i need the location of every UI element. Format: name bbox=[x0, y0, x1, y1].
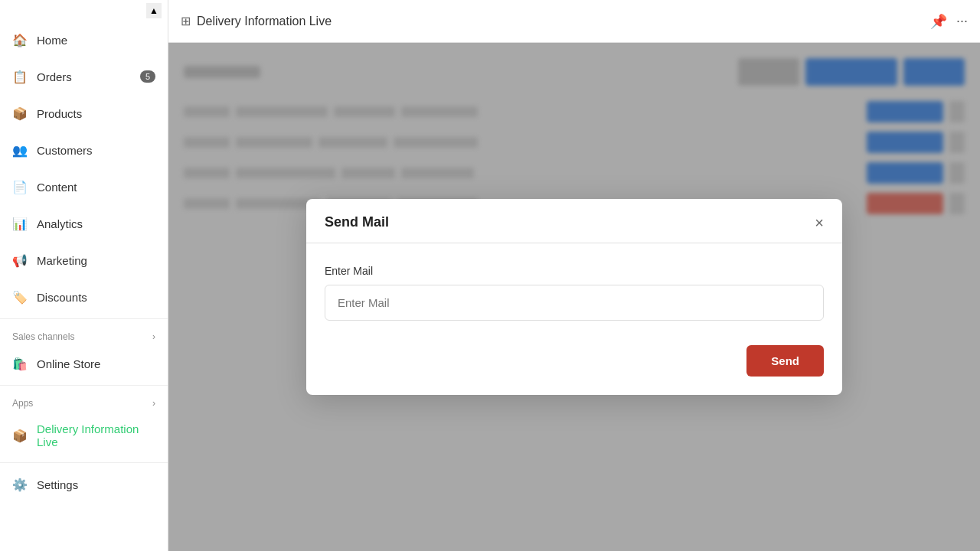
modal-overlay[interactable]: Send Mail × Enter Mail Send bbox=[168, 43, 980, 551]
sidebar-item-label: Orders bbox=[37, 70, 72, 83]
marketing-icon: 📢 bbox=[12, 253, 28, 268]
orders-icon: 📋 bbox=[12, 69, 28, 84]
sidebar-item-label: Discounts bbox=[37, 291, 87, 304]
discounts-icon: 🏷️ bbox=[12, 289, 28, 305]
modal-header: Send Mail × bbox=[306, 199, 842, 243]
sidebar-item-label: Delivery Information Live bbox=[37, 422, 155, 448]
sidebar-item-delivery-info-live[interactable]: 📦 Delivery Information Live bbox=[0, 412, 168, 459]
analytics-icon: 📊 bbox=[12, 216, 28, 231]
sidebar: ▲ 🏠 Home 📋 Orders 5 📦 Products 👥 Custome… bbox=[0, 0, 168, 551]
sidebar-item-label: Online Store bbox=[37, 357, 100, 370]
modal-footer: Send bbox=[306, 345, 842, 395]
sales-channels-section[interactable]: Sales channels › bbox=[0, 322, 168, 345]
send-mail-modal: Send Mail × Enter Mail Send bbox=[306, 199, 842, 395]
email-input[interactable] bbox=[325, 285, 824, 321]
customers-icon: 👥 bbox=[12, 142, 28, 158]
sales-channels-label: Sales channels bbox=[12, 331, 74, 342]
orders-badge: 5 bbox=[140, 70, 155, 83]
sidebar-item-marketing[interactable]: 📢 Marketing bbox=[0, 242, 168, 279]
sidebar-item-content[interactable]: 📄 Content bbox=[0, 168, 168, 205]
sidebar-item-label: Home bbox=[37, 34, 67, 47]
sidebar-item-online-store[interactable]: 🛍️ Online Store bbox=[0, 345, 168, 382]
topbar-actions: 📌 ··· bbox=[930, 13, 968, 30]
sales-channels-arrow: › bbox=[152, 331, 155, 342]
send-button[interactable]: Send bbox=[746, 345, 824, 377]
modal-body: Enter Mail bbox=[306, 243, 842, 345]
sidebar-item-customers[interactable]: 👥 Customers bbox=[0, 132, 168, 168]
sidebar-item-label: Customers bbox=[37, 144, 93, 157]
email-field-label: Enter Mail bbox=[325, 265, 824, 277]
modal-close-button[interactable]: × bbox=[815, 215, 824, 230]
modal-title: Send Mail bbox=[325, 214, 389, 230]
main-content: ⊞ Delivery Information Live 📌 ··· bbox=[168, 0, 980, 551]
content-area: Send Mail × Enter Mail Send bbox=[168, 43, 980, 551]
apps-label: Apps bbox=[12, 398, 33, 409]
sidebar-item-analytics[interactable]: 📊 Analytics bbox=[0, 205, 168, 242]
sidebar-item-label: Marketing bbox=[37, 254, 87, 267]
sidebar-item-label: Content bbox=[37, 181, 77, 194]
home-icon: 🏠 bbox=[12, 32, 28, 47]
scroll-up-button[interactable]: ▲ bbox=[146, 3, 162, 18]
sidebar-item-discounts[interactable]: 🏷️ Discounts bbox=[0, 279, 168, 315]
settings-icon: ⚙️ bbox=[12, 477, 28, 492]
apps-arrow: › bbox=[152, 398, 155, 409]
sidebar-item-label: Products bbox=[37, 107, 82, 120]
sidebar-item-label: Analytics bbox=[37, 217, 83, 230]
sidebar-item-orders[interactable]: 📋 Orders 5 bbox=[0, 58, 168, 95]
delivery-info-live-icon: 📦 bbox=[12, 428, 28, 443]
online-store-icon: 🛍️ bbox=[12, 356, 28, 371]
sidebar-item-label: Settings bbox=[37, 478, 78, 491]
page-icon: ⊞ bbox=[181, 14, 191, 28]
topbar: ⊞ Delivery Information Live 📌 ··· bbox=[168, 0, 980, 43]
products-icon: 📦 bbox=[12, 106, 28, 121]
more-options-icon[interactable]: ··· bbox=[956, 13, 968, 29]
sidebar-item-settings[interactable]: ⚙️ Settings bbox=[0, 466, 168, 503]
content-icon: 📄 bbox=[12, 179, 28, 194]
apps-section[interactable]: Apps › bbox=[0, 389, 168, 412]
sidebar-item-products[interactable]: 📦 Products bbox=[0, 95, 168, 132]
page-title: Delivery Information Live bbox=[197, 15, 332, 28]
sidebar-item-home[interactable]: 🏠 Home bbox=[0, 21, 168, 58]
pin-icon[interactable]: 📌 bbox=[930, 13, 947, 30]
